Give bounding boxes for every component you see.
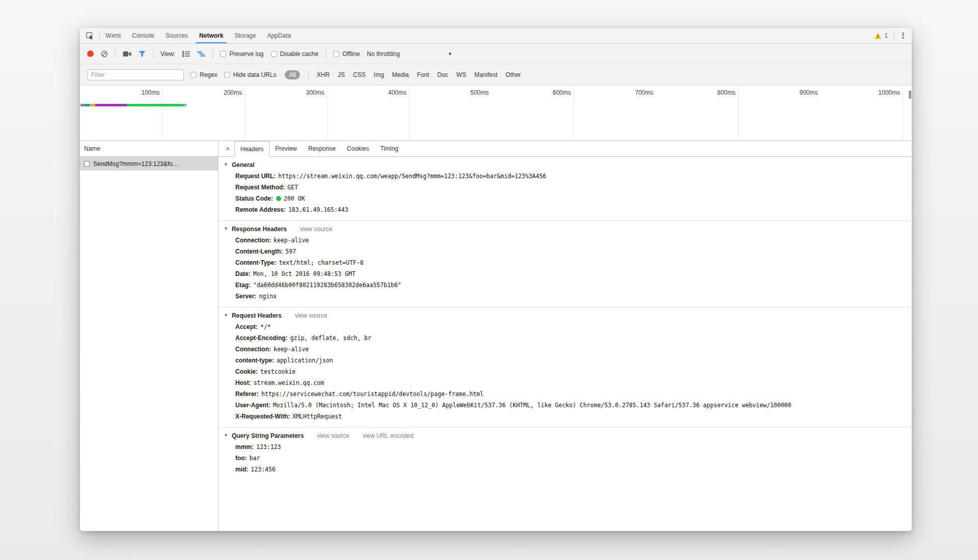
header-field: foo:bar (219, 453, 912, 464)
clear-icon (101, 50, 108, 58)
filter-type-img[interactable]: Img (374, 71, 384, 78)
divider (212, 49, 213, 59)
filter-input[interactable] (87, 69, 184, 80)
field-value: 183.61.49.165:443 (288, 206, 348, 213)
header-field: X-Requested-With:XMLHttpRequest (219, 411, 912, 422)
divider (153, 49, 153, 59)
section-header-query-string-parameters[interactable]: ▼Query String Parametersview sourceview … (219, 431, 912, 441)
details-tabbar: × HeadersPreviewResponseCookiesTiming (219, 141, 912, 157)
section-title: General (232, 161, 255, 169)
tab-network[interactable]: Network (194, 28, 229, 43)
inspect-element-button[interactable] (80, 28, 99, 43)
regex-checkbox[interactable]: Regex (191, 71, 218, 78)
field-name: Etag: (235, 282, 251, 289)
filter-type-all[interactable]: All (285, 70, 300, 79)
field-value: https://stream.weixin.qq.com/weapp/SendM… (278, 173, 546, 180)
timeline-tick-label: 700ms (574, 89, 656, 100)
document-icon (84, 161, 90, 166)
header-field: Cookie:testcookie (219, 366, 912, 377)
name-column-header[interactable]: Name (80, 141, 218, 157)
details-tab-response[interactable]: Response (303, 141, 341, 156)
camera-icon (123, 51, 131, 57)
field-name: Date: (235, 270, 251, 277)
network-filter-bar: Regex Hide data URLs AllXHRJSCSSImgMedia… (80, 64, 912, 86)
clear-button[interactable] (101, 50, 108, 58)
filter-type-js[interactable]: JS (338, 71, 345, 78)
record-button[interactable] (87, 50, 94, 57)
warning-badge[interactable]: 1 (868, 28, 894, 43)
show-overview-button[interactable] (197, 51, 205, 57)
checkbox-icon (220, 51, 226, 57)
throttling-select[interactable]: No throttling ▼ (367, 50, 452, 58)
header-field: Request Method:GET (219, 182, 912, 193)
timeline-overview[interactable]: 100ms200ms300ms400ms500ms600ms700ms800ms… (80, 86, 912, 141)
regex-label: Regex (200, 71, 218, 78)
view-source-link[interactable]: view source (295, 312, 327, 319)
offline-checkbox[interactable]: Offline (333, 50, 360, 58)
filter-type-xhr[interactable]: XHR (317, 71, 330, 78)
view-source-link[interactable]: view source (300, 226, 332, 233)
header-field: Server:nginx (219, 291, 912, 302)
field-name: Connection: (235, 237, 271, 244)
header-field: Accept-Encoding:gzip, deflate, sdch, br (219, 332, 912, 344)
section-header-response-headers[interactable]: ▼Response Headersview source (219, 224, 912, 235)
throttling-value: No throttling (367, 50, 400, 58)
filter-type-ws[interactable]: WS (456, 71, 466, 78)
timeline-ruler: 100ms200ms300ms400ms500ms600ms700ms800ms… (80, 86, 912, 100)
field-value: nginx (259, 293, 277, 300)
status-ok-icon (276, 196, 281, 201)
header-field: Content-Length:597 (219, 246, 912, 257)
tab-appdata[interactable]: AppData (261, 28, 296, 43)
header-field: Connection:keep-alive (219, 235, 912, 246)
header-field: mid:123:456 (219, 464, 912, 475)
filter-type-other[interactable]: Other (506, 71, 521, 78)
view-URL-encoded-link[interactable]: view URL encoded (363, 432, 414, 439)
field-name: Content-Length: (235, 248, 283, 255)
field-name: X-Requested-With: (235, 413, 290, 420)
waterfall-segment (85, 104, 90, 106)
disclosure-triangle-icon: ▼ (224, 226, 228, 231)
use-large-rows-button[interactable] (182, 51, 190, 57)
request-row[interactable]: SendMsg?mmm=123:123&fo… (80, 157, 218, 171)
preserve-log-checkbox[interactable]: Preserve log (220, 50, 263, 58)
waterfall-segment (127, 104, 183, 106)
funnel-icon (139, 50, 146, 58)
field-value: 123:123 (256, 443, 281, 451)
tab-sources[interactable]: Sources (160, 28, 194, 43)
details-tab-timing[interactable]: Timing (374, 141, 404, 156)
section-header-request-headers[interactable]: ▼Request Headersview source (219, 311, 912, 321)
filter-type-css[interactable]: CSS (353, 71, 366, 78)
checkbox-icon (271, 51, 277, 57)
filter-type-font[interactable]: Font (417, 71, 429, 78)
field-name: content-type: (235, 357, 274, 364)
tab-console[interactable]: Console (126, 28, 160, 43)
chevron-down-icon: ▼ (448, 51, 452, 57)
tab-wxml[interactable]: Wxml (100, 28, 126, 43)
view-source-link[interactable]: view source (317, 432, 349, 439)
filter-type-manifest[interactable]: Manifest (474, 71, 497, 78)
section-query-string-parameters: ▼Query String Parametersview sourceview … (219, 428, 912, 480)
header-field: content-type:application/json (219, 355, 912, 366)
details-tab-preview[interactable]: Preview (269, 141, 303, 156)
details-tab-cookies[interactable]: Cookies (341, 141, 374, 156)
filter-type-doc[interactable]: Doc (438, 71, 448, 78)
field-value: 200 OK (284, 195, 305, 202)
hide-data-urls-checkbox[interactable]: Hide data URLs (224, 71, 277, 78)
field-value: 597 (285, 248, 296, 255)
overview-scrollbar[interactable] (909, 91, 911, 99)
filter-toggle-button[interactable] (139, 50, 146, 58)
kebab-menu-button[interactable]: ⋮ (894, 28, 912, 43)
capture-screenshots-button[interactable] (123, 51, 131, 57)
details-tab-headers[interactable]: Headers (234, 141, 269, 157)
section-request-headers: ▼Request Headersview sourceAccept:*/*Acc… (219, 307, 912, 428)
tabbar-spacer (296, 28, 868, 43)
section-header-general[interactable]: ▼General (219, 160, 912, 171)
field-name: mmm: (235, 443, 254, 451)
request-name: SendMsg?mmm=123:123&fo… (93, 160, 179, 167)
timeline-tick-label: 800ms (656, 89, 739, 100)
close-details-button[interactable]: × (221, 141, 234, 156)
tab-storage[interactable]: Storage (229, 28, 261, 43)
disable-cache-checkbox[interactable]: Disable cache (271, 50, 318, 58)
divider (308, 70, 309, 79)
filter-type-media[interactable]: Media (392, 71, 409, 78)
